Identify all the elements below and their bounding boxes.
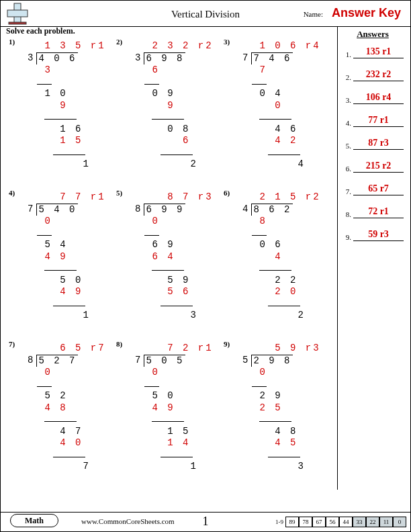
subtraction-rule: [242, 228, 321, 240]
score-box: 44: [339, 517, 353, 527]
dividend: 4 0 6: [36, 52, 78, 65]
work-step: 8: [242, 216, 321, 228]
subtraction-rule: [135, 379, 214, 391]
work-step: 5 0: [135, 390, 214, 402]
long-division: 2 1 5 r248 6 2 8 0 6 4 2 2 2 0 2: [242, 191, 321, 322]
long-division: 8 7 r386 9 9 0 6 9 6 4 5 9 5 6 3: [135, 191, 214, 322]
work-step: 2 5: [242, 402, 321, 414]
work-step: 2: [135, 159, 214, 171]
subtraction-rule: [242, 112, 321, 124]
answer-value: 87 r3: [353, 138, 404, 150]
divisor: 7: [28, 204, 36, 216]
work-step: 3: [242, 461, 321, 473]
quotient: 2 3 2 r2: [135, 40, 214, 52]
work-step: 1 5: [135, 426, 214, 438]
work-step: 1: [28, 159, 106, 171]
dividend: 5 4 0: [36, 204, 78, 216]
work-step: 1: [135, 461, 214, 473]
quotient: 2 1 5 r2: [242, 191, 321, 204]
work-step: 6: [135, 135, 214, 147]
subtraction-rule: [28, 228, 106, 240]
work-step: 4 8: [242, 426, 321, 438]
problem-number: 8): [116, 340, 122, 348]
work-step: 6 4: [135, 251, 214, 263]
score-box: 22: [366, 517, 379, 527]
score-box: 78: [299, 517, 312, 527]
division-row: 34 0 6: [28, 52, 106, 65]
problem-cell: 7) 6 5 r785 2 7 0 5 2 4 8 4 7 4 0 7: [7, 340, 115, 491]
answer-number: 4.: [342, 119, 353, 127]
divisor: 3: [28, 52, 36, 64]
subtraction-rule: [242, 379, 321, 391]
work-step: 4 0: [28, 437, 106, 449]
dividend: 5 0 5: [144, 355, 185, 367]
subtraction-rule: [28, 379, 106, 391]
divisor: 7: [242, 52, 251, 64]
answer-number: 2.: [342, 73, 353, 81]
subtraction-rule: [242, 77, 321, 89]
work-step: 2 9: [242, 390, 321, 402]
work-step: 0: [135, 367, 214, 379]
worksheet-page: Vertical Division Name: Answer Key Solve…: [0, 0, 411, 532]
answer-value: 215 r2: [353, 161, 404, 173]
name-label: Name:: [304, 10, 323, 18]
score-box: 11: [379, 517, 393, 527]
work-step: 1 5: [28, 135, 106, 147]
work-step: 4 6: [242, 124, 321, 136]
work-step: 5 2: [28, 390, 106, 402]
problem-cell: 3) 1 0 6 r477 4 6 7 0 4 0 4 6 4 2 4: [222, 38, 330, 189]
subtraction-rule: [135, 449, 214, 461]
answer-row: 6.215 r2: [342, 161, 404, 173]
footer: Math www.CommonCoreSheets.com 1 1-9 8978…: [1, 512, 410, 531]
subtraction-rule: [135, 228, 214, 240]
work-step: 3: [28, 64, 106, 77]
divisor: 7: [135, 355, 144, 367]
problem-cell: 2) 2 3 2 r236 9 8 6 0 9 9 0 8 6 2: [115, 38, 222, 189]
division-row: 77 4 6: [242, 52, 321, 65]
work-step: 4 9: [135, 402, 214, 414]
answer-row: 7.65 r7: [342, 183, 404, 195]
dividend: 5 2 7: [36, 355, 78, 367]
work-step: 4 2: [242, 135, 321, 147]
work-step: 6 9: [135, 239, 214, 251]
answer-number: 8.: [342, 210, 353, 218]
answer-number: 1.: [342, 50, 353, 58]
quotient: 1 0 6 r4: [242, 40, 321, 52]
work-step: 1 6: [28, 124, 106, 136]
subtraction-rule: [242, 449, 321, 461]
work-step: 2 0: [242, 286, 321, 298]
answer-value: 106 r4: [353, 92, 404, 104]
score-box: 33: [353, 517, 366, 527]
problem-number: 2): [116, 38, 122, 46]
work-step: 9: [135, 100, 214, 112]
long-division: 5 9 r352 9 8 0 2 9 2 5 4 8 4 5 3: [242, 343, 321, 473]
page-number: 1: [203, 515, 209, 529]
work-step: 0: [135, 216, 214, 228]
answer-value: 59 r3: [353, 229, 404, 241]
score-bar: 1-9 89786756443322110: [275, 517, 406, 527]
subtraction-rule: [28, 77, 106, 89]
subtraction-rule: [28, 298, 106, 310]
work-step: 1 0: [28, 88, 106, 100]
work-step: 0: [242, 100, 321, 112]
work-step: 4: [242, 251, 321, 263]
problem-cell: 9) 5 9 r352 9 8 0 2 9 2 5 4 8 4 5 3: [222, 340, 330, 491]
work-step: 0: [28, 216, 106, 228]
work-step: 5 6: [135, 286, 214, 298]
problem-number: 7): [9, 340, 15, 348]
work-step: 2 2: [242, 275, 321, 287]
work-step: 4 7: [28, 426, 106, 438]
problem-number: 3): [224, 38, 230, 46]
division-row: 75 0 5: [135, 355, 214, 367]
divisor: 8: [135, 204, 144, 216]
answer-value: 65 r7: [353, 183, 404, 195]
svg-rect-2: [9, 22, 26, 24]
answer-row: 8.72 r1: [342, 206, 404, 218]
work-step: 0: [28, 367, 106, 379]
answer-row: 1.135 r1: [342, 46, 404, 58]
answers-title: Answers: [342, 29, 404, 40]
division-row: 36 9 8: [135, 52, 214, 65]
problem-number: 1): [9, 38, 15, 46]
subtraction-rule: [135, 414, 214, 426]
problem-number: 5): [116, 189, 122, 197]
